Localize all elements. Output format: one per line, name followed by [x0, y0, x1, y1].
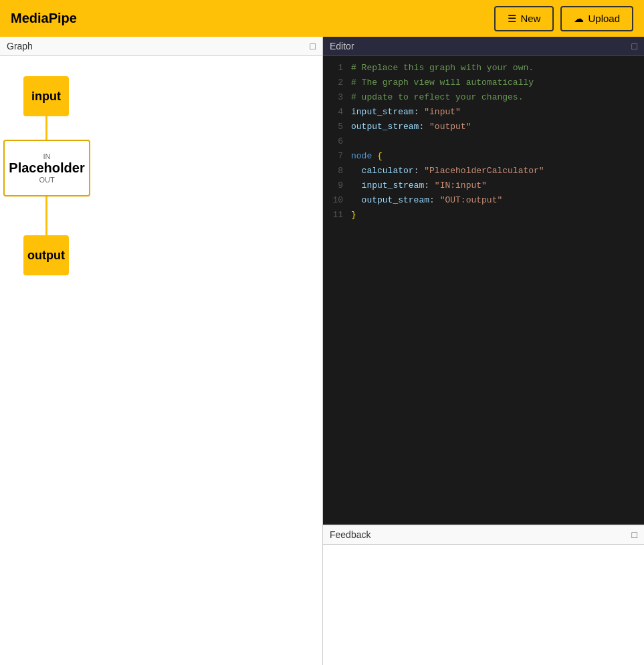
code-line: 7 node {: [323, 150, 644, 164]
output-node-label: output: [27, 249, 65, 263]
code-editor[interactable]: 1 # Replace this graph with your own. 2 …: [323, 56, 644, 524]
connector-top: [45, 116, 47, 140]
hamburger-icon: ☰: [508, 13, 516, 25]
connector-bottom: [45, 196, 47, 235]
editor-tab-label: Editor: [330, 41, 354, 51]
feedback-tab-label: Feedback: [330, 529, 370, 540]
code-line: 8 calculator: "PlaceholderCalculator": [323, 164, 644, 179]
code-line: 2 # The graph view will automatically: [323, 76, 644, 91]
code-line: 1 # Replace this graph with your own.: [323, 61, 644, 76]
upload-label: Upload: [588, 13, 620, 24]
new-label: New: [520, 13, 540, 24]
code-line: 9 input_stream: "IN:input": [323, 179, 644, 194]
output-node[interactable]: output: [23, 235, 69, 275]
placeholder-in-label: IN: [43, 152, 51, 160]
header: MediaPipe ☰ New ☁ Upload: [0, 0, 644, 37]
editor-expand-icon[interactable]: □: [632, 41, 637, 51]
app-logo: MediaPipe: [11, 11, 77, 26]
graph-tab-label: Graph: [7, 41, 33, 51]
code-line: 6: [323, 135, 644, 150]
new-button[interactable]: ☰ New: [494, 6, 554, 31]
placeholder-name-label: Placeholder: [9, 160, 84, 176]
editor-tab-bar: Editor □: [323, 37, 644, 56]
graph-canvas[interactable]: input IN Placeholder OUT output: [0, 56, 322, 665]
feedback-section: Feedback □: [323, 525, 644, 665]
header-buttons: ☰ New ☁ Upload: [494, 6, 633, 31]
graph-tab-bar: Graph □: [0, 37, 322, 56]
upload-button[interactable]: ☁ Upload: [560, 6, 633, 31]
right-panel: Editor □ 1 # Replace this graph with you…: [323, 37, 644, 665]
graph-panel: Graph □ input IN Placeholder OUT output: [0, 37, 323, 665]
upload-icon: ☁: [574, 13, 584, 25]
code-line: 11 }: [323, 209, 644, 223]
editor-section: Editor □ 1 # Replace this graph with you…: [323, 37, 644, 525]
feedback-body: [323, 545, 644, 665]
graph-expand-icon[interactable]: □: [310, 41, 316, 51]
placeholder-out-label: OUT: [39, 176, 54, 184]
placeholder-node[interactable]: IN Placeholder OUT: [3, 140, 90, 196]
code-line: 3 # update to reflect your changes.: [323, 91, 644, 106]
code-line: 5 output_stream: "output": [323, 120, 644, 135]
feedback-tab-bar: Feedback □: [323, 525, 644, 545]
main-layout: Graph □ input IN Placeholder OUT output: [0, 37, 644, 665]
feedback-expand-icon[interactable]: □: [632, 529, 637, 540]
code-line: 10 output_stream: "OUT:output": [323, 194, 644, 209]
code-line: 4 input_stream: "input": [323, 106, 644, 120]
input-node-label: input: [31, 90, 61, 104]
input-node[interactable]: input: [23, 76, 69, 116]
